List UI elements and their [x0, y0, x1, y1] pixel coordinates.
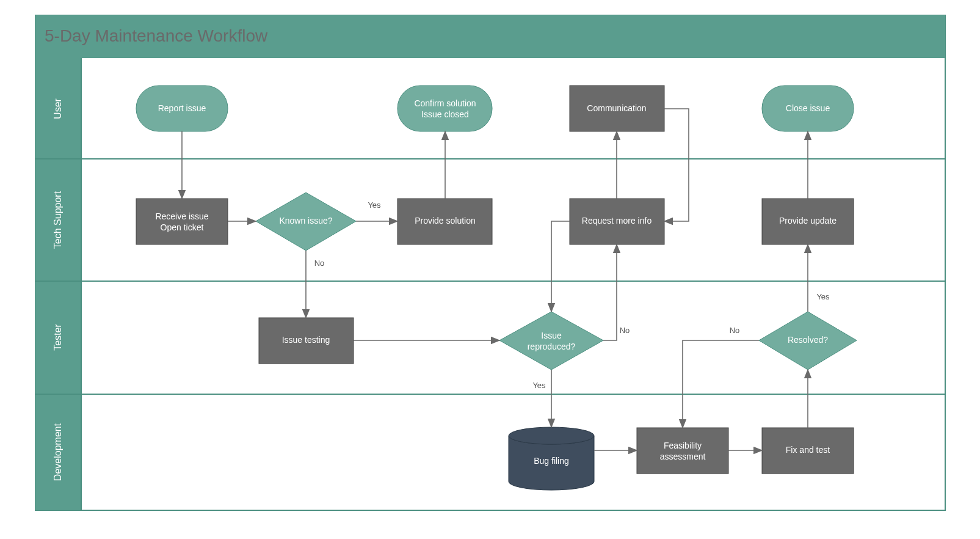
node-resolved-label: Resolved?: [787, 335, 827, 345]
node-receive-issue: [136, 199, 228, 244]
node-receive-line1: Receive issue: [155, 211, 208, 221]
node-request-info-label: Request more info: [581, 216, 652, 226]
node-confirm-solution: [397, 86, 492, 131]
diagram-title: 5-Day Maintenance Workflow: [45, 26, 268, 45]
node-close-issue-label: Close issue: [785, 103, 830, 113]
node-known-issue-label: Known issue?: [279, 216, 332, 226]
node-feasibility-line2: assessment: [659, 452, 705, 461]
label-repro-yes: Yes: [532, 381, 546, 390]
node-issue-reproduced: [499, 312, 603, 370]
label-known-no: No: [314, 258, 324, 268]
label-resolved-no: No: [729, 326, 739, 335]
arrow-reproduced-no-to-req: [603, 244, 617, 340]
node-feasibility-line1: Feasibility: [663, 441, 701, 450]
workflow-diagram: 5-Day Maintenance Workflow User Tech Sup…: [32, 12, 948, 513]
node-issue-testing-label: Issue testing: [281, 335, 330, 345]
svg-point-6: [509, 427, 594, 444]
lane-label-development: Development: [53, 423, 63, 481]
label-known-yes: Yes: [368, 200, 381, 210]
arrow-resolved-no-to-feas: [683, 340, 759, 428]
node-provide-solution-label: Provide solution: [415, 216, 476, 226]
node-repro-line1: Issue: [541, 331, 562, 340]
label-repro-no: No: [619, 326, 630, 335]
node-confirm-line2: Issue closed: [421, 109, 469, 119]
label-resolved-yes: Yes: [816, 292, 830, 301]
lane-label-user: User: [53, 98, 63, 119]
node-fix-test-label: Fix and test: [785, 445, 829, 455]
node-feasibility: [637, 428, 728, 474]
node-bug-filing-label: Bug filing: [534, 456, 569, 466]
node-provide-update-label: Provide update: [779, 216, 836, 226]
lane-label-tester: Tester: [53, 324, 63, 351]
lane-label-techsupport: Tech Support: [53, 191, 63, 249]
node-report-issue-label: Report issue: [158, 103, 206, 113]
node-repro-line2: reproduced?: [527, 342, 575, 351]
node-receive-line2: Open ticket: [160, 222, 203, 232]
node-communication-label: Communication: [587, 103, 646, 113]
node-confirm-line1: Confirm solution: [414, 98, 476, 108]
arrow-communication-to-req: [664, 109, 689, 221]
arrow-req-down: [551, 221, 570, 312]
